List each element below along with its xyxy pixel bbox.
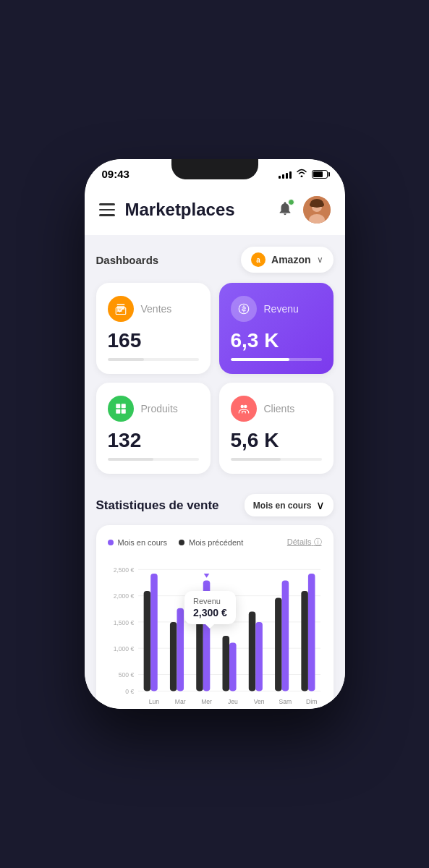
- svg-marker-32: [203, 574, 209, 578]
- svg-rect-37: [275, 597, 282, 691]
- clients-header: Clients: [231, 396, 322, 422]
- revenu-header: Revenu: [231, 296, 322, 322]
- revenu-label: Revenu: [264, 303, 299, 315]
- svg-rect-9: [121, 404, 125, 408]
- svg-rect-38: [281, 581, 289, 692]
- tooltip-arrow: [205, 624, 214, 629]
- main-content: Marketplaces: [85, 184, 345, 709]
- svg-text:1,000 €: 1,000 €: [113, 645, 134, 652]
- produits-value: 132: [108, 429, 199, 452]
- chevron-down-icon: ∨: [317, 255, 323, 265]
- produits-header: Produits: [108, 396, 199, 422]
- notification-button[interactable]: [277, 200, 293, 219]
- clients-value: 5,6 K: [231, 429, 322, 452]
- produits-bar: [108, 458, 199, 461]
- svg-text:Jeu: Jeu: [227, 698, 237, 705]
- amazon-logo: a: [251, 252, 266, 267]
- clients-label: Clients: [264, 403, 295, 414]
- revenu-card[interactable]: Revenu 6,3 K: [219, 283, 334, 374]
- produits-icon: [108, 396, 134, 422]
- dashboard-label: Dashboards: [96, 254, 159, 266]
- period-label: Mois en cours: [253, 501, 312, 511]
- wifi-icon: [296, 169, 307, 179]
- legend-dot-current: [108, 540, 114, 545]
- svg-rect-28: [169, 622, 177, 691]
- svg-text:Sam: Sam: [279, 698, 292, 705]
- svg-rect-11: [121, 409, 125, 414]
- chart-section: Statistiques de vente Mois en cours ∨ Mo…: [85, 494, 345, 709]
- svg-rect-8: [116, 404, 120, 408]
- details-link[interactable]: Détails ⓘ: [287, 537, 322, 548]
- notch: [171, 159, 258, 179]
- svg-text:Mer: Mer: [201, 698, 212, 705]
- produits-label: Produits: [141, 403, 178, 414]
- legend-previous: Mois précédent: [179, 538, 243, 547]
- svg-point-13: [244, 405, 247, 409]
- svg-rect-10: [116, 409, 120, 414]
- page-title: Marketplaces: [125, 200, 235, 220]
- revenu-bar: [231, 358, 322, 361]
- avatar[interactable]: [303, 196, 331, 224]
- revenu-icon: [231, 296, 257, 322]
- phone-screen: 09:43: [85, 159, 345, 709]
- revenu-value: 6,3 K: [231, 329, 322, 352]
- svg-text:0 €: 0 €: [125, 688, 134, 695]
- ventes-icon: [108, 296, 134, 322]
- svg-rect-34: [229, 643, 237, 692]
- svg-rect-40: [307, 574, 315, 691]
- produits-card[interactable]: Produits 132: [96, 383, 211, 474]
- legend-dot-previous: [179, 540, 184, 545]
- svg-point-5: [318, 203, 324, 207]
- chart-card: Mois en cours Mois précédent Détails ⓘ: [96, 525, 334, 709]
- info-icon: ⓘ: [314, 537, 322, 546]
- stats-grid: Ventes 165: [96, 283, 334, 474]
- legend-current: Mois en cours: [108, 538, 167, 547]
- tooltip-value: 2,300 €: [193, 607, 227, 618]
- marketplace-selector[interactable]: a Amazon ∨: [241, 247, 333, 273]
- ventes-value: 165: [108, 329, 199, 352]
- svg-rect-39: [301, 591, 308, 691]
- signal-icon: [279, 170, 292, 179]
- marketplace-name: Amazon: [271, 254, 310, 265]
- battery-icon: [312, 170, 328, 179]
- app-header: Marketplaces: [85, 184, 345, 235]
- svg-text:Dim: Dim: [306, 698, 317, 705]
- chart-area: 2,500 € 2,000 € 1,500 € 1,000 € 500 € 0 …: [108, 556, 322, 709]
- svg-text:Lun: Lun: [148, 698, 159, 705]
- svg-text:2,000 €: 2,000 €: [113, 592, 134, 600]
- period-chevron-icon: ∨: [316, 498, 325, 512]
- notification-badge: [288, 199, 294, 205]
- svg-rect-27: [150, 574, 158, 691]
- svg-rect-36: [255, 622, 263, 691]
- clients-card[interactable]: Clients 5,6 K: [219, 383, 334, 474]
- status-time: 09:43: [102, 168, 129, 180]
- phone-frame: 09:43: [85, 159, 345, 709]
- svg-point-12: [240, 405, 244, 409]
- period-selector[interactable]: Mois en cours ∨: [245, 494, 334, 516]
- clients-bar: [231, 458, 322, 461]
- chart-title: Statistiques de vente: [96, 498, 219, 513]
- ventes-bar: [108, 358, 199, 361]
- status-icons: [279, 169, 328, 179]
- ventes-card[interactable]: Ventes 165: [96, 283, 211, 374]
- ventes-header: Ventes: [108, 296, 199, 322]
- header-left: Marketplaces: [99, 200, 235, 220]
- svg-point-4: [310, 203, 315, 207]
- legend-label-current: Mois en cours: [118, 538, 167, 547]
- bar-chart: 2,500 € 2,000 € 1,500 € 1,000 € 500 € 0 …: [108, 556, 322, 709]
- menu-button[interactable]: [99, 203, 115, 216]
- clients-icon: [231, 396, 257, 422]
- svg-text:2,500 €: 2,500 €: [113, 566, 134, 574]
- chart-header: Statistiques de vente Mois en cours ∨: [96, 494, 334, 516]
- svg-text:1,500 €: 1,500 €: [113, 619, 134, 626]
- svg-rect-29: [177, 608, 184, 692]
- chart-legend: Mois en cours Mois précédent Détails ⓘ: [108, 537, 322, 548]
- dashboard-section: Dashboards a Amazon ∨: [85, 235, 345, 494]
- svg-text:500 €: 500 €: [118, 671, 134, 678]
- svg-text:Mar: Mar: [174, 698, 185, 705]
- svg-rect-26: [143, 591, 150, 691]
- ventes-label: Ventes: [141, 303, 172, 315]
- svg-text:Ven: Ven: [253, 698, 264, 705]
- legend-label-previous: Mois précédent: [189, 538, 243, 547]
- svg-rect-35: [248, 612, 255, 692]
